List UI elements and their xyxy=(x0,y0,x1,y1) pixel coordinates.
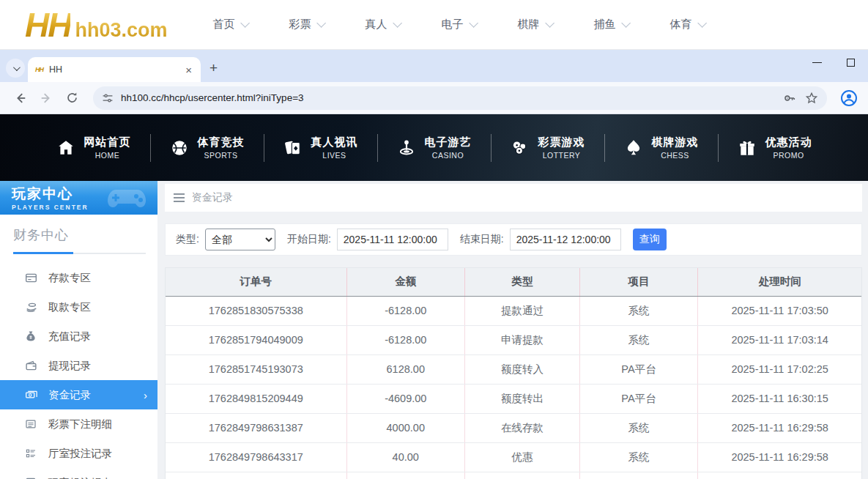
site-settings-icon[interactable] xyxy=(102,92,114,104)
start-date-input[interactable] xyxy=(337,229,448,250)
withdraw-hand-icon xyxy=(25,300,38,313)
profile-avatar-icon[interactable] xyxy=(840,89,858,107)
cell-process-time: 2025-11-11 16:30:15 xyxy=(698,384,861,413)
cell-type: 额度转入 xyxy=(465,354,580,384)
game-nav-subtitle: LIVES xyxy=(311,151,358,160)
cell-project: 系统 xyxy=(579,325,698,354)
nav-label: 电子 xyxy=(442,18,464,31)
wallet-icon xyxy=(25,360,38,372)
url-text[interactable]: hh100.cc/hhcp/usercenter.html?iniType=3 xyxy=(121,92,774,103)
cell-order-id: 1762849798631387 xyxy=(166,413,346,442)
cell-amount: 40.00 xyxy=(346,442,465,472)
cell-order-id: 1762849815209449 xyxy=(166,384,346,413)
banknotes-icon xyxy=(25,389,38,401)
sidebar-item-label: 充值记录 xyxy=(48,330,91,344)
reload-button[interactable] xyxy=(62,88,82,108)
sidebar-item-room-bet-records[interactable]: 厅室投注记录 xyxy=(0,439,157,468)
cell-project: 系统 xyxy=(579,442,698,472)
address-bar[interactable]: hh100.cc/hhcp/usercenter.html?iniType=3 xyxy=(93,86,827,110)
game-nav-casino[interactable]: 电子游艺CASINO xyxy=(378,135,491,160)
tab-search-button[interactable] xyxy=(6,59,25,78)
chevron-down-icon xyxy=(469,18,478,28)
game-nav-sports[interactable]: 体育竞技SPORTS xyxy=(151,135,264,160)
tab-title: HH xyxy=(49,64,182,75)
cell-project: PA平台 xyxy=(579,354,698,384)
lottery-balls-icon xyxy=(511,138,530,157)
window-minimize-icon[interactable] xyxy=(812,62,822,64)
cell-type: 优惠 xyxy=(465,442,580,472)
back-arrow-icon xyxy=(14,92,27,105)
bookmark-star-icon[interactable] xyxy=(805,92,818,105)
hamburger-menu-icon[interactable] xyxy=(174,193,185,202)
nav-label: 体育 xyxy=(670,18,692,31)
nav-label: 棋牌 xyxy=(518,18,540,31)
section-divider xyxy=(13,253,146,254)
sidebar-item-withdrawal-records[interactable]: 提现记录 xyxy=(0,351,157,380)
gift-icon xyxy=(738,138,757,157)
cell-process-time: 2025-11-11 17:02:25 xyxy=(698,354,861,384)
site-nav-fishing[interactable]: 捕鱼 xyxy=(594,18,670,31)
site-nav-sports[interactable]: 体育 xyxy=(670,18,746,31)
deposit-card-icon xyxy=(25,272,38,284)
browser-tab[interactable]: HH HH × xyxy=(28,57,201,82)
forward-arrow-icon xyxy=(40,92,53,105)
game-nav-title: 体育竞技 xyxy=(198,135,245,149)
nav-label: 首页 xyxy=(213,18,235,31)
nav-label: 彩票 xyxy=(289,18,311,31)
site-nav: 首页 彩票 真人 电子 棋牌 捕鱼 体育 xyxy=(213,18,746,31)
sidebar-item-fund-records[interactable]: 资金记录 › xyxy=(0,380,157,409)
forward-button[interactable] xyxy=(36,88,56,108)
chevron-down-icon xyxy=(697,18,707,28)
site-logo[interactable]: HH hh03.com xyxy=(25,8,168,42)
sidebar-item-label: 提现记录 xyxy=(48,359,91,373)
player-center-header: 玩家中心 PLAYERS CENTER xyxy=(0,181,157,215)
site-nav-lottery[interactable]: 彩票 xyxy=(289,18,366,31)
sidebar-item-recharge-records[interactable]: 充值记录 xyxy=(0,322,157,351)
game-nav-live[interactable]: 真人视讯LIVES xyxy=(264,135,377,160)
site-nav-chess[interactable]: 棋牌 xyxy=(518,18,594,31)
back-button[interactable] xyxy=(10,88,31,108)
basketball-icon xyxy=(170,138,189,157)
nav-label: 真人 xyxy=(366,18,387,31)
col-order-id: 订单号 xyxy=(166,268,346,296)
content: 玩家中心 PLAYERS CENTER 财务中心 存款专区 取款专区 xyxy=(0,181,868,479)
cell-amount: -6128.00 xyxy=(346,325,465,354)
game-nav-home[interactable]: 网站首页HOME xyxy=(37,135,150,160)
cell-amount: 4000.00 xyxy=(346,413,465,442)
table-header-row: 订单号 金额 类型 项目 处理时间 xyxy=(166,268,861,296)
sidebar-item-label: 取款专区 xyxy=(48,300,91,314)
finance-section-title: 财务中心 xyxy=(13,226,146,244)
game-nav-lottery[interactable]: 彩票游戏LOTTERY xyxy=(492,135,604,160)
game-nav-promo[interactable]: 优惠活动PROMO xyxy=(719,135,831,160)
sidebar-item-label: 彩票下注明细 xyxy=(48,417,112,431)
cell-order-id: 1762849798643317 xyxy=(166,442,346,472)
game-nav-chess[interactable]: 棋牌游戏CHESS xyxy=(605,135,718,160)
table-row: 1762851745193073 6128.00 额度转入 PA平台 2025-… xyxy=(166,354,861,384)
game-nav: 网站首页HOME 体育竞技SPORTS 真人视讯LIVES 电子游艺CASINO… xyxy=(0,114,868,181)
type-select[interactable]: 全部 xyxy=(205,229,275,250)
tab-close-icon[interactable]: × xyxy=(182,64,195,76)
game-nav-subtitle: CHESS xyxy=(652,151,699,160)
playing-cards-icon xyxy=(283,138,303,157)
site-nav-home[interactable]: 首页 xyxy=(213,18,289,31)
new-tab-button[interactable]: + xyxy=(209,60,218,76)
password-key-icon[interactable] xyxy=(783,92,796,105)
site-nav-live[interactable]: 真人 xyxy=(366,18,442,31)
sidebar-item-deposit[interactable]: 存款专区 xyxy=(0,263,157,292)
sidebar-menu: 存款专区 取款专区 充值记录 提现记录 资金记录 › xyxy=(0,263,157,479)
browser-tab-strip: HH HH × + xyxy=(0,50,868,82)
main-panel: 资金记录 类型: 全部 开始日期: 结束日期: 查询 订单号 xyxy=(157,181,868,479)
sidebar-item-player-bet-report[interactable]: 玩家投注报表 xyxy=(0,468,157,479)
sidebar-item-lottery-bet-detail[interactable]: 彩票下注明细 xyxy=(0,409,157,439)
site-nav-slots[interactable]: 电子 xyxy=(442,18,518,31)
cell-project: PA平台 xyxy=(579,384,698,413)
sidebar-item-withdraw[interactable]: 取款专区 xyxy=(0,292,157,322)
game-nav-subtitle: LOTTERY xyxy=(538,151,585,160)
window-maximize-icon[interactable] xyxy=(847,59,855,67)
nav-label: 捕鱼 xyxy=(594,18,616,31)
search-button[interactable]: 查询 xyxy=(633,229,667,250)
browser-toolbar: hh100.cc/hhcp/usercenter.html?iniType=3 xyxy=(0,82,868,114)
site-header: HH hh03.com 首页 彩票 真人 电子 棋牌 捕鱼 体育 xyxy=(0,0,868,50)
end-date-input[interactable] xyxy=(510,229,621,250)
sidebar-item-label: 资金记录 xyxy=(48,388,91,402)
